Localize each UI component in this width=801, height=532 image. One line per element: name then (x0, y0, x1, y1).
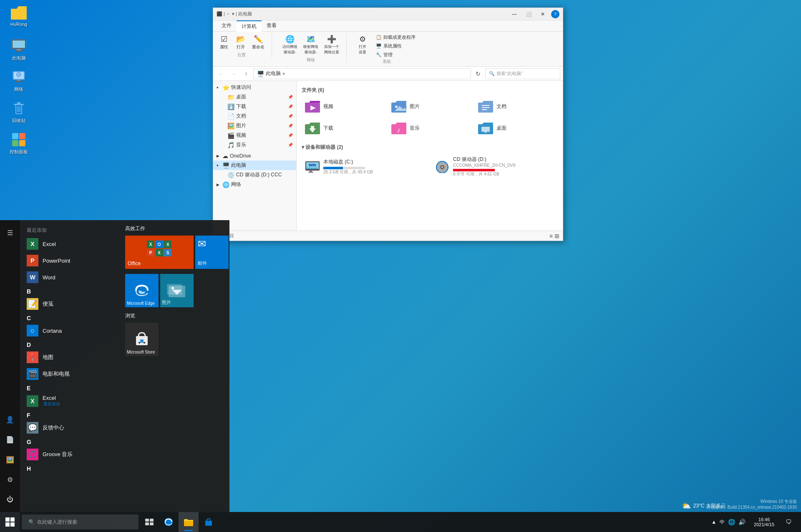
taskbar-search-bar[interactable]: 🔍 在此键入进行搜索 (22, 514, 139, 529)
fe-search-placeholder: 搜索"此电脑" (496, 70, 523, 77)
taskbar-fileexplorer-btn[interactable] (179, 512, 199, 532)
fe-address-box[interactable]: 🖥️ 此电脑 ▾ (253, 68, 471, 79)
start-power-btn[interactable]: ⏻ (1, 490, 19, 509)
fe-back-btn[interactable]: ← (216, 68, 227, 79)
letter-d: D (20, 339, 120, 349)
fe-grid-view-btn[interactable]: ⊞ (554, 233, 559, 239)
sidebar-item-network[interactable]: ▶ 🌐 网络 (213, 180, 296, 189)
sidebar-item-desktop[interactable]: 📁 桌面 📌 (213, 92, 296, 102)
tile-mail[interactable]: ✉ 邮件 (195, 236, 229, 269)
taskbar-clock[interactable]: 16:46 2021/4/15 (751, 517, 778, 527)
folder-item-pictures[interactable]: 图片 (388, 97, 471, 115)
sidebar-item-onedrive[interactable]: ▶ ☁ OneDrive (213, 151, 296, 161)
sidebar-item-cddrive[interactable]: 💿 CD 驱动器 (D:) CCC (213, 170, 296, 180)
start-app-stickynotes[interactable]: 📝 便笺 (20, 296, 120, 312)
fe-ribbon-opensettings-btn[interactable]: ⚙ 打开设置 (355, 33, 370, 59)
tray-up-arrow[interactable]: ▲ (711, 519, 716, 525)
fe-tab-file[interactable]: 文件 (217, 20, 237, 31)
fe-up-btn[interactable]: ↑ (241, 68, 252, 79)
office-excel3-icon: X (156, 249, 163, 256)
desktop-icon-recycle[interactable]: 回收站 (4, 100, 33, 124)
tile-edge[interactable]: Microsoft Edge (125, 274, 159, 307)
taskbar-store-btn[interactable] (199, 512, 219, 532)
sidebar-item-downloads[interactable]: ⬇️ 下载 📌 (213, 102, 296, 111)
fe-forward-btn[interactable]: → (228, 68, 239, 79)
folder-item-documents[interactable]: 文档 (475, 97, 558, 115)
drive-c-sub: 26.3 GB 可用，共 49.4 GB (323, 169, 373, 175)
start-documents-btn[interactable]: 📄 (1, 430, 19, 449)
fe-ribbon-addnet-btn[interactable]: ➕ 添加一个网络位置 (322, 33, 341, 56)
start-app-films[interactable]: 🎬 电影和电视 (20, 366, 120, 382)
folder-item-videos[interactable]: 视频 (302, 97, 385, 115)
fe-ribbon-access-btn[interactable]: 🌐 访问网络驱动器· (280, 33, 300, 56)
desktop-icon-hurong[interactable]: HuRong (4, 4, 33, 27)
svg-rect-71 (205, 521, 212, 526)
sidebar-item-videos[interactable]: 🎬 视频 📌 (213, 130, 296, 140)
fe-close-btn[interactable]: ✕ (537, 10, 549, 19)
folder-item-desktop[interactable]: 桌面 (475, 119, 558, 137)
fe-minimize-btn[interactable]: — (509, 10, 520, 19)
downloads-tree-icon: ⬇️ (227, 103, 234, 110)
fe-ribbon-properties-btn[interactable]: ☑ 属性 (217, 33, 232, 51)
start-app-word[interactable]: W Word (20, 269, 120, 286)
start-app-cortana[interactable]: ○ Cortana (20, 322, 120, 339)
sidebar-item-music[interactable]: 🎵 音乐 📌 (213, 140, 296, 150)
volume-tray-icon[interactable]: 🔊 (738, 519, 746, 525)
mail-icon: ✉ (198, 238, 226, 250)
svg-rect-66 (145, 522, 149, 525)
folder-item-downloads[interactable]: 下载 (302, 119, 385, 137)
desktop-icon-thispc[interactable]: 此电脑 (4, 38, 33, 61)
network-tray-icon[interactable]: 🌐 (728, 519, 735, 525)
start-app-feedback[interactable]: 💬 反馈中心 (20, 419, 120, 436)
sidebar-item-pictures[interactable]: 🖼️ 图片 📌 (213, 121, 296, 130)
fe-address-dropdown[interactable]: ▾ (282, 71, 285, 77)
sidebar-item-documents[interactable]: 📄 文档 📌 (213, 111, 296, 121)
tile-photos[interactable]: 照片 (160, 274, 194, 307)
tile-store[interactable]: Microsoft Store (125, 323, 159, 356)
pictures-folder-icon (391, 99, 406, 114)
fe-ribbon-sysprop-btn[interactable]: 🖥️ 系统属性 (373, 42, 418, 50)
windows-logo-icon (5, 517, 15, 527)
fe-list-view-btn[interactable]: ≡ (549, 233, 553, 239)
file-explorer-window: ⬛ | ← ▾ | 此电脑 — ⬜ ✕ ? 文件 计算机 查看 ☑ 属性 (213, 8, 563, 241)
fe-search-box[interactable]: 🔍 搜索"此电脑" (485, 68, 560, 79)
fe-ribbon-manage-btn[interactable]: 🔧 管理 (373, 51, 418, 59)
tile-photos-label: 照片 (162, 299, 171, 306)
desktop-icon-network[interactable]: 网络 (4, 69, 33, 93)
drive-item-c[interactable]: WIN 本地磁盘 (C:) 26.3 GB 可用，共 49.4 GB (302, 154, 428, 179)
sidebar-item-quickaccess[interactable]: ▾ ⭐ 快速访问 (213, 83, 296, 92)
start-app-excel-recent[interactable]: X Excel (20, 236, 120, 252)
start-settings-btn[interactable]: ⚙ (1, 470, 19, 489)
videos-tree-label: 视频 (236, 132, 246, 139)
fe-ribbon-rename-btn[interactable]: ✏️ 重命名 (250, 33, 267, 51)
start-recently-added-header: 最近添加 (20, 225, 120, 236)
start-app-maps[interactable]: 📍 地图 (20, 349, 120, 366)
folder-item-music[interactable]: ♪ 音乐 (388, 119, 471, 137)
clock-time: 16:46 (758, 517, 770, 522)
fe-ribbon-uninstall-btn[interactable]: 📋 卸载或更改程序 (373, 33, 418, 41)
onedrive-tree-icon: ☁ (222, 153, 228, 159)
taskbar-start-btn[interactable] (0, 512, 20, 532)
start-app-excel-e[interactable]: X Excel 最近添加 (20, 392, 120, 409)
sidebar-item-thispc[interactable]: ▾ 🖥️ 此电脑 (213, 161, 296, 170)
weather-widget[interactable]: ⛅ 23°C 大部多云 (682, 501, 726, 510)
fe-tab-view[interactable]: 查看 (262, 20, 282, 31)
fe-restore-btn[interactable]: ⬜ (523, 10, 534, 19)
fe-refresh-btn[interactable]: ↻ (473, 68, 484, 79)
taskbar-taskview-btn[interactable] (140, 513, 159, 531)
taskbar-edge-btn[interactable] (159, 512, 179, 532)
fe-ribbon-open-btn[interactable]: 📂 打开 (233, 33, 248, 51)
taskbar-notification-btn[interactable]: 🗨 (779, 513, 798, 531)
start-pictures-btn[interactable]: 🖼️ (1, 450, 19, 469)
drive-item-d[interactable]: CD 驱动器 (D:) CCCOMA_X64FRE_ZH-CN_DV9 0 字节… (431, 154, 558, 179)
tile-office[interactable]: X O X P X S Office (125, 236, 194, 269)
start-app-groove[interactable]: 🎵 Groove 音乐 (20, 446, 120, 463)
fe-ribbon-map-btn[interactable]: 🗺️ 映射网络驱动器· (301, 33, 320, 56)
fe-tab-computer[interactable]: 计算机 (237, 20, 262, 32)
fe-help-btn[interactable]: ? (551, 10, 559, 18)
start-app-powerpoint[interactable]: P PowerPoint (20, 252, 120, 269)
start-user-btn[interactable]: 👤 (1, 410, 19, 429)
desktop-icon-controlpanel[interactable]: 控制面板 (4, 131, 33, 155)
start-hamburger-btn[interactable]: ☰ (1, 223, 19, 242)
cddrive-tree-icon: 💿 (227, 172, 234, 178)
